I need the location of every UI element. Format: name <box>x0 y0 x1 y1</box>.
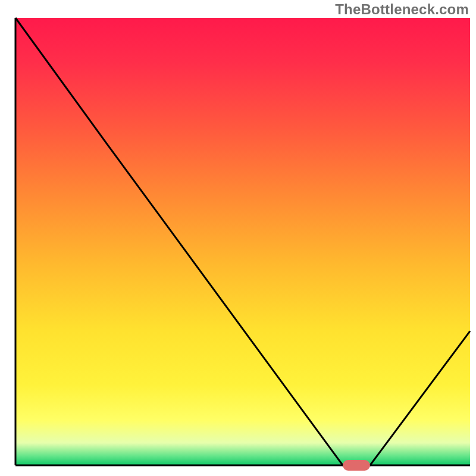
watermark-text: TheBottleneck.com <box>335 1 469 18</box>
chart-stage: TheBottleneck.com <box>0 0 476 476</box>
optimal-range-marker <box>343 460 370 471</box>
chart-svg <box>0 0 476 476</box>
plot-background <box>15 18 470 465</box>
